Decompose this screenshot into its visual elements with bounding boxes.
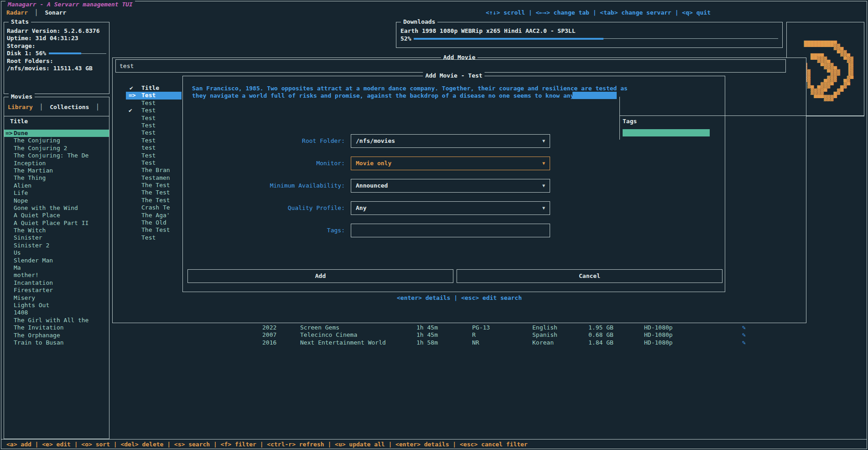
- chevron-down-icon: ▼: [542, 202, 545, 215]
- movie-row[interactable]: The Conjuring: [4, 137, 109, 144]
- movie-row[interactable]: Train to Busan: [4, 339, 109, 346]
- field-value: Movie only: [356, 157, 391, 170]
- keybinding-hints-add-movie: <enter> details | <esc> edit search: [113, 294, 806, 301]
- result-title: The Test: [141, 189, 170, 196]
- movie-title: The Conjuring 2: [14, 145, 67, 152]
- disk-label: Disk 1:: [7, 50, 32, 57]
- tab-collections[interactable]: Collections: [50, 104, 89, 110]
- table-row[interactable]: 2016 Next Entertainment World 1h 58m NR …: [112, 339, 806, 346]
- search-result-row[interactable]: The Test: [126, 189, 182, 196]
- search-result-row[interactable]: Test: [126, 122, 182, 129]
- field-select[interactable]: /nfs/movies ▼: [351, 134, 550, 148]
- search-result-row[interactable]: The Test: [126, 226, 182, 234]
- search-result-row[interactable]: The Bran: [126, 167, 182, 174]
- movie-row[interactable]: A Quiet Place Part II: [4, 220, 109, 227]
- result-title: Test: [141, 152, 156, 159]
- movie-row[interactable]: 1408: [4, 309, 109, 316]
- cell-year: 2022: [262, 324, 276, 331]
- search-result-row[interactable]: Test: [126, 129, 182, 136]
- divider: [4, 116, 109, 116]
- movie-row[interactable]: Slender Man: [4, 257, 109, 264]
- download-item[interactable]: Earth 1998 1080p WEBRip x265 Hindi AAC2.…: [400, 27, 778, 35]
- tab-radarr[interactable]: Radarr: [6, 9, 28, 16]
- movie-row[interactable]: Life: [4, 189, 109, 197]
- title-column-header: Title: [10, 118, 28, 125]
- movie-row[interactable]: Sinister: [4, 234, 109, 241]
- table-row[interactable]: 2007 Telecinco Cinema 1h 45m R Spanish 0…: [112, 331, 806, 339]
- field-select[interactable]: Movie only ▼: [351, 157, 550, 170]
- cancel-button[interactable]: Cancel: [457, 269, 722, 283]
- movie-title: Misery: [14, 294, 35, 301]
- result-title: test: [141, 144, 156, 151]
- movie-row[interactable]: The Invitation: [4, 324, 109, 331]
- tab-separator: │: [35, 9, 38, 16]
- cell-quality: HD-1080p: [644, 324, 673, 331]
- tab-library[interactable]: Library: [8, 104, 33, 110]
- movie-row[interactable]: Nope: [4, 197, 109, 204]
- movie-row[interactable]: Us: [4, 249, 109, 256]
- movie-row[interactable]: mother!: [4, 272, 109, 279]
- result-title: The Old: [141, 219, 166, 226]
- movie-row[interactable]: Inception: [4, 160, 109, 167]
- movie-row[interactable]: The Thing: [4, 174, 109, 182]
- movie-row[interactable]: A Quiet Place: [4, 212, 109, 219]
- movie-row[interactable]: Sinister 2: [4, 242, 109, 249]
- result-title: Test: [141, 129, 156, 136]
- result-title: Test: [141, 107, 156, 114]
- field-select[interactable]: Announced ▼: [351, 179, 550, 193]
- movie-row[interactable]: Alien: [4, 182, 109, 189]
- result-title: Test: [141, 99, 156, 106]
- search-result-row[interactable]: Test: [126, 159, 182, 167]
- movie-title: Us: [14, 249, 21, 256]
- movie-overview: San Francisco, 1985. Two opposites attra…: [192, 85, 717, 100]
- search-result-row[interactable]: The Aga': [126, 212, 182, 219]
- search-result-row[interactable]: The Old: [126, 219, 182, 226]
- search-result-row[interactable]: Test: [126, 234, 182, 241]
- movie-row[interactable]: Ma: [4, 264, 109, 272]
- table-row[interactable]: 2022 Screen Gems 1h 45m PG-13 English 1.…: [112, 324, 806, 331]
- cell-studio: Screen Gems: [300, 324, 339, 331]
- movie-row[interactable]: The Martian: [4, 167, 109, 174]
- divider: [619, 97, 620, 140]
- search-result-row[interactable]: test: [126, 144, 182, 152]
- movies-panel-title: Movies: [9, 93, 35, 100]
- movie-row[interactable]: The Conjuring: The De: [4, 152, 109, 159]
- movie-row[interactable]: Incantation: [4, 279, 109, 287]
- movie-title: Dune: [14, 130, 28, 136]
- movie-title: 1408: [14, 309, 28, 316]
- search-result-row[interactable]: => Test: [126, 92, 182, 99]
- search-result-row[interactable]: ✔ Test: [126, 107, 182, 114]
- movie-row[interactable]: The Conjuring 2: [4, 145, 109, 152]
- tab-sonarr[interactable]: Sonarr: [45, 9, 66, 16]
- movie-row[interactable]: => Dune: [4, 130, 109, 137]
- search-result-row[interactable]: The Test: [126, 182, 182, 189]
- cell-language: Korean: [532, 339, 554, 346]
- result-title: Test: [141, 115, 156, 121]
- search-result-row[interactable]: Test: [126, 115, 182, 122]
- movie-row[interactable]: Gone with the Wind: [4, 204, 109, 212]
- movie-title: Ma: [14, 264, 21, 271]
- movie-row[interactable]: The Orphanage: [4, 332, 109, 339]
- add-button[interactable]: Add: [187, 269, 453, 283]
- movie-row[interactable]: Firestarter: [4, 287, 109, 294]
- search-result-row[interactable]: The Test: [126, 197, 182, 204]
- movie-row[interactable]: Misery: [4, 294, 109, 302]
- movie-list: => Dune The Conjuring The Conjuring 2 Th…: [4, 130, 109, 346]
- search-result-row[interactable]: Test: [126, 137, 182, 144]
- result-title: Test: [141, 234, 156, 241]
- search-result-row[interactable]: Test: [126, 152, 182, 159]
- movie-row[interactable]: Lights Out: [4, 302, 109, 309]
- movie-title: The Girl with All the: [14, 317, 88, 324]
- field-select[interactable]: Any ▼: [351, 201, 550, 215]
- search-result-row[interactable]: Test: [126, 99, 182, 107]
- field-select[interactable]: [351, 224, 550, 237]
- movie-row[interactable]: The Girl with All the: [4, 317, 109, 324]
- result-title: Test: [141, 122, 156, 129]
- search-result-row[interactable]: Crash Te: [126, 204, 182, 211]
- add-movie-search-input[interactable]: [115, 59, 786, 73]
- keybinding-hints-bottom: <a> add | <e> edit | <o> sort | <del> de…: [6, 441, 528, 448]
- movie-row[interactable]: The Witch: [4, 227, 109, 234]
- movie-title: The Martian: [14, 167, 53, 174]
- form-field: Minimum Availability: Announced ▼: [183, 179, 725, 201]
- search-result-row[interactable]: Testamen: [126, 174, 182, 182]
